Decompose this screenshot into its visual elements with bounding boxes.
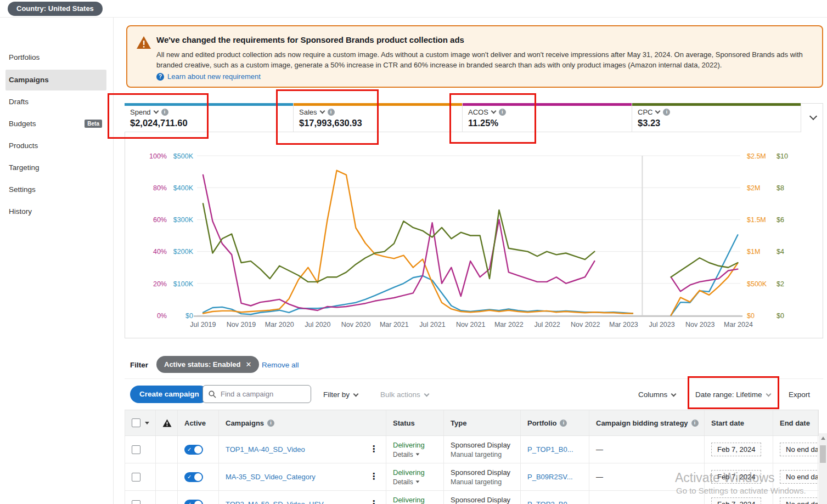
info-icon[interactable]: i [560, 420, 567, 427]
scroll-up-arrow-icon[interactable] [821, 437, 825, 440]
header-portfolio[interactable]: Portfolioi [521, 410, 589, 435]
start-date-field[interactable]: Feb 7, 2024 [711, 443, 761, 456]
bulk-actions-dropdown[interactable]: Bulk actions [380, 390, 429, 399]
windows-activation-watermark-sub: Go to Settings to activate Windows. [676, 486, 806, 495]
active-status-filter-chip[interactable]: Active status: Enabled✕ [156, 356, 259, 373]
info-icon[interactable]: i [328, 109, 335, 116]
metric-card-spend[interactable]: Spendi $2,024,711.60 [125, 103, 294, 132]
active-toggle[interactable]: ✓ [184, 500, 203, 504]
header-campaigns[interactable]: Campaignsi [219, 410, 386, 435]
select-menu-caret-icon[interactable] [145, 422, 149, 424]
header-status[interactable]: Status [386, 410, 444, 435]
sidebar-item-budgets[interactable]: Budgets Beta [5, 114, 106, 134]
date-range-dropdown[interactable]: Date range: Lifetime [695, 390, 770, 399]
metric-value: 11.25% [468, 118, 498, 128]
metric-label: Spend [130, 108, 151, 116]
cpc-color-strip [632, 103, 801, 106]
sidebar-item-products[interactable]: Products [5, 135, 106, 156]
info-icon[interactable]: i [663, 109, 670, 116]
header-end-date[interactable]: End date [773, 410, 818, 435]
active-toggle[interactable]: ✓ [184, 472, 203, 482]
chevron-down-icon[interactable] [655, 109, 661, 114]
status-details-link[interactable]: Details [393, 451, 425, 458]
info-icon[interactable]: i [499, 109, 506, 116]
banner-learn-more-link[interactable]: Learn about new requirement [167, 72, 261, 81]
sidebar-item-label: Budgets [9, 120, 36, 128]
country-selector-pill[interactable]: Country: United States [8, 2, 103, 16]
performance-line-chart[interactable] [193, 152, 744, 322]
active-toggle[interactable]: ✓ [184, 445, 203, 455]
info-icon[interactable]: i [267, 420, 274, 427]
metrics-chart-panel: Spendi $2,024,711.60 Salesi $17,993,630.… [125, 103, 823, 338]
sidebar-item-settings[interactable]: Settings [5, 179, 106, 200]
scrollbar-thumb[interactable] [820, 445, 826, 463]
table-row: ✓ TOP1_MA-40_SD_Video⋮ DeliveringDetails… [125, 436, 819, 463]
metric-value: $17,993,630.93 [299, 118, 362, 128]
campaign-name-link[interactable]: TOP2_MA-50_SD_Video_HSV [226, 500, 324, 504]
metric-card-acos[interactable]: ACOSi 11.25% [463, 103, 632, 132]
export-button[interactable]: Export [789, 390, 810, 399]
campaign-type: Sponsored Display [451, 441, 510, 449]
table-scrollbar[interactable] [819, 433, 827, 504]
metric-label: Sales [299, 108, 317, 116]
sidebar-item-drafts[interactable]: Drafts [5, 92, 106, 112]
row-checkbox[interactable] [132, 445, 140, 454]
portfolio-link[interactable]: P_TOP1_B0... [527, 445, 573, 454]
end-date-field[interactable]: No end date [780, 443, 818, 456]
select-all-checkbox[interactable] [132, 418, 140, 427]
alert-column-icon [162, 419, 172, 427]
divider [125, 378, 823, 379]
bidding-strategy-value: — [596, 500, 603, 504]
sidebar: Portfolios Campaigns Drafts Budgets Beta… [0, 18, 114, 504]
portfolio-link[interactable]: P_TOP2_B0... [527, 500, 573, 504]
info-icon[interactable]: i [691, 420, 699, 427]
filter-by-dropdown[interactable]: Filter by [323, 390, 358, 399]
end-date-field[interactable]: No end date [780, 497, 818, 504]
header-active[interactable]: Active [178, 410, 219, 435]
header-bidding-strategy[interactable]: Campaign bidding strategyi [589, 410, 705, 435]
collapse-chart-chevron-icon[interactable] [809, 112, 817, 120]
search-input[interactable] [221, 390, 303, 398]
kebab-menu-icon[interactable]: ⋮ [369, 499, 378, 504]
chevron-down-icon[interactable] [153, 109, 159, 114]
kebab-menu-icon[interactable]: ⋮ [369, 444, 378, 455]
row-checkbox[interactable] [132, 473, 140, 482]
metric-value: $2,024,711.60 [130, 118, 188, 128]
metric-label: ACOS [468, 108, 488, 116]
beta-badge: Beta [85, 120, 102, 128]
header-type[interactable]: Type [444, 410, 521, 435]
metric-card-sales[interactable]: Salesi $17,993,630.93 [294, 103, 463, 132]
campaign-type: Sponsored Display [451, 468, 510, 477]
kebab-menu-icon[interactable]: ⋮ [369, 471, 378, 482]
campaign-search-box[interactable] [202, 385, 311, 403]
y-axis-sales-usd: $2.5M$2M$1.5M$1M$500K$0 [747, 152, 774, 322]
row-checkbox[interactable] [132, 500, 140, 504]
chevron-down-icon[interactable] [491, 109, 496, 114]
info-icon[interactable]: i [161, 109, 168, 116]
x-axis-labels: Jul 2019Nov 2019Mar 2020Jul 2020Nov 2020… [184, 321, 758, 329]
banner-body: All new and edited product collection ad… [156, 49, 818, 70]
create-campaign-button[interactable]: Create campaign [130, 386, 209, 403]
sidebar-item-campaigns[interactable]: Campaigns [5, 70, 106, 90]
metric-card-cpc[interactable]: CPCi $3.23 [632, 103, 801, 132]
sales-color-strip [294, 103, 462, 106]
header-start-date[interactable]: Start date [705, 410, 773, 435]
bidding-strategy-value: — [596, 445, 603, 454]
filter-chip-label: Active status: Enabled [164, 360, 240, 369]
sidebar-item-history[interactable]: History [5, 201, 106, 222]
filter-label: Filter [130, 361, 148, 369]
status-details-link[interactable]: Details [393, 478, 425, 486]
end-date-field[interactable]: No end date [780, 470, 818, 484]
campaign-name-link[interactable]: TOP1_MA-40_SD_Video [226, 445, 305, 454]
start-date-field[interactable]: Feb 7, 2024 [711, 497, 761, 504]
portfolio-link[interactable]: P_B09R2SV... [527, 473, 573, 481]
remove-filter-icon[interactable]: ✕ [245, 360, 251, 369]
campaign-name-link[interactable]: MA-35_SD_Video_Category [226, 473, 316, 481]
sidebar-item-targeting[interactable]: Targeting [5, 157, 106, 178]
sidebar-item-portfolios[interactable]: Portfolios [5, 47, 106, 68]
chevron-down-icon[interactable] [319, 109, 325, 114]
banner-title: We've changed the requirements for Spons… [156, 35, 464, 44]
remove-all-filters-link[interactable]: Remove all [262, 361, 299, 369]
columns-dropdown[interactable]: Columns [638, 390, 676, 399]
chevron-down-icon [424, 392, 429, 397]
